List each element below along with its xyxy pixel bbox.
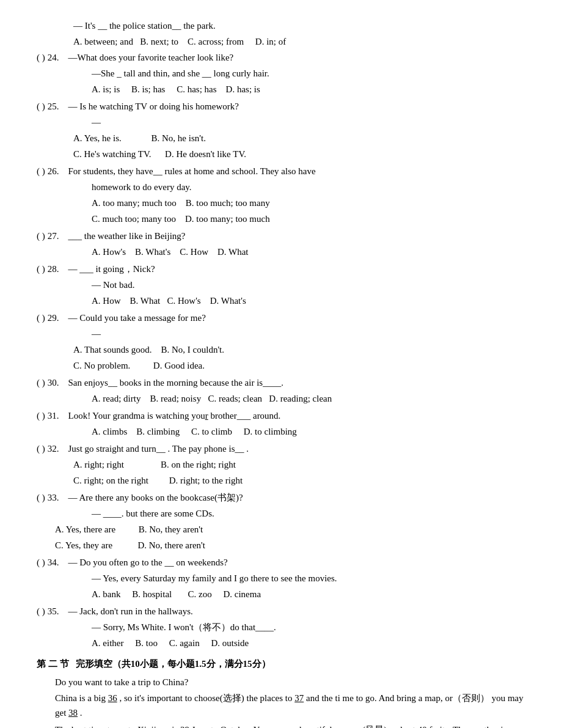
q29-text: — Could you take a message for me? — [68, 313, 206, 323]
q-num: 26. — [48, 164, 66, 178]
question-35: ( ) 35. — Jack, don't run in the hallway… — [37, 604, 525, 650]
q34-answer: — Yes, every Saturday my family and I go… — [37, 571, 525, 586]
q32-opt-cd: C. right; on the right D. right; to the … — [37, 473, 525, 488]
q31-text: Look! Your grandma is watching your brot… — [68, 411, 281, 421]
q34-stem: ( ) 34. — Do you often go to the __ on w… — [37, 555, 525, 570]
q-num: 24. — [48, 50, 66, 65]
q29-dash: — — [37, 326, 525, 341]
q31-stem: ( ) 31. Look! Your grandma is watching y… — [37, 408, 525, 423]
q35-stem: ( ) 35. — Jack, don't run in the hallway… — [37, 604, 525, 619]
q32-text: Just go straight and turn__ . The pay ph… — [68, 444, 249, 454]
q30-text: San enjoys__ books in the morning becaus… — [68, 378, 283, 388]
q-num: 25. — [48, 99, 66, 114]
q24-stem: ( ) 24. —What does your favorite teacher… — [37, 50, 525, 65]
bracket: ( ) — [37, 50, 45, 65]
q-num: 33. — [48, 490, 66, 505]
q29-stem: ( ) 29. — Could you take a message for m… — [37, 311, 525, 325]
bracket: ( ) — [37, 408, 45, 423]
q30-options: A. read; dirty B. read; noisy C. reads; … — [37, 391, 525, 406]
q-num: 28. — [48, 262, 66, 276]
bracket: ( ) — [37, 375, 45, 390]
q33-stem: ( ) 33. — Are there any books on the boo… — [37, 490, 525, 505]
bracket: ( ) — [37, 229, 45, 243]
q35-answer: — Sorry, Ms White. I won't（将不）do that___… — [37, 620, 525, 634]
question-24: ( ) 24. —What does your favorite teacher… — [37, 50, 525, 97]
question-29: ( ) 29. — Could you take a message for m… — [37, 311, 525, 373]
bracket: ( ) — [37, 99, 45, 114]
q28-answer: — Not bad. — [37, 278, 525, 292]
question-25: ( ) 25. — Is he watching TV or doing his… — [37, 99, 525, 161]
q29-opt-ab: A. That sounds good. B. No, I couldn't. — [37, 342, 525, 357]
q33-answer: — ____. but there are some CDs. — [37, 506, 525, 521]
bracket: ( ) — [37, 311, 45, 325]
q-num: 27. — [48, 229, 66, 243]
q28-text: — ___ it going，Nick? — [68, 264, 155, 274]
bracket: ( ) — [37, 490, 45, 505]
q27-options: A. How's B. What's C. How D. What — [37, 245, 525, 259]
bracket: ( ) — [37, 441, 45, 456]
question-30: ( ) 30. San enjoys__ books in the mornin… — [37, 375, 525, 406]
q-num: 34. — [48, 555, 66, 570]
question-28: ( ) 28. — ___ it going，Nick? — Not bad. … — [37, 262, 525, 308]
q33-opt-ab: A. Yes, there are B. No, they aren't — [37, 522, 525, 537]
q24-text: —What does your favorite teacher look li… — [68, 53, 234, 62]
q33-opt-cd: C. Yes, they are D. No, there aren't — [37, 538, 525, 553]
q25-text: — Is he watching TV or doing his homewor… — [68, 101, 239, 111]
question-32: ( ) 32. Just go straight and turn__ . Th… — [37, 441, 525, 488]
q-num: 29. — [48, 311, 66, 325]
question-27: ( ) 27. ___ the weather like in Beijing?… — [37, 229, 525, 259]
q25-opt-ab: A. Yes, he is. B. No, he isn't. — [37, 131, 525, 145]
q26-stem: ( ) 26. For students, they have__ rules … — [37, 164, 525, 178]
q33-text: — Are there any books on the bookcase(书架… — [68, 493, 243, 502]
options-intro: A. between; and B. next; to C. across; f… — [37, 34, 525, 49]
q34-text: — Do you often go to the __ on weekends? — [68, 557, 228, 567]
q-num: 32. — [48, 441, 66, 456]
bracket: ( ) — [37, 555, 45, 570]
passage-p2: The best time to go to Xinjiang is 39 Ju… — [37, 722, 525, 728]
q-num: 30. — [48, 375, 66, 390]
bracket: ( ) — [37, 604, 45, 619]
q-num: 31. — [48, 408, 66, 423]
q26-text: For students, they have__ rules at home … — [68, 166, 316, 176]
q26-opt-ab: A. too many; much too B. too much; too m… — [37, 196, 525, 210]
q31-options: A. climbs B. climbing C. to climb D. to … — [37, 424, 525, 439]
q24-answer-stem: —She _ tall and thin, and she __ long cu… — [37, 66, 525, 81]
question-34: ( ) 34. — Do you often go to the __ on w… — [37, 555, 525, 601]
q30-stem: ( ) 30. San enjoys__ books in the mornin… — [37, 375, 525, 390]
passage-intro: Do you want to take a trip to China? — [37, 675, 525, 689]
q27-text: ___ the weather like in Beijing? — [68, 231, 186, 241]
q25-dash: — — [37, 115, 525, 130]
passage-p1: China is a big 36 , so it's important to… — [37, 691, 525, 720]
section-header-2: 第 二 节 完形填空（共10小题，每小题1.5分，满分15分） — [37, 656, 525, 671]
q29-opt-cd: C. No problem. D. Good idea. — [37, 358, 525, 373]
q35-text: — Jack, don't run in the hallways. — [68, 606, 193, 616]
q26-cont: homework to do every day. — [37, 180, 525, 194]
question-31: ( ) 31. Look! Your grandma is watching y… — [37, 408, 525, 439]
bracket: ( ) — [37, 262, 45, 276]
q-num: 35. — [48, 604, 66, 619]
q25-stem: ( ) 25. — Is he watching TV or doing his… — [37, 99, 525, 114]
question-33: ( ) 33. — Are there any books on the boo… — [37, 490, 525, 553]
question-26: ( ) 26. For students, they have__ rules … — [37, 164, 525, 226]
q28-options: A. How B. What C. How's D. What's — [37, 293, 525, 308]
q34-options: A. bank B. hospital C. zoo D. cinema — [37, 587, 525, 601]
q35-options: A. either B. too C. again D. outside — [37, 636, 525, 650]
q32-opt-ab: A. right; right B. on the right; right — [37, 457, 525, 472]
q24-options: A. is; is B. is; has C. has; has D. has;… — [37, 82, 525, 97]
bracket: ( ) — [37, 164, 45, 178]
line-intro: — It's __ the police station__ the park. — [37, 18, 525, 33]
q27-stem: ( ) 27. ___ the weather like in Beijing? — [37, 229, 525, 243]
q25-opt-cd: C. He's watching TV. D. He doesn't like … — [37, 147, 525, 161]
q32-stem: ( ) 32. Just go straight and turn__ . Th… — [37, 441, 525, 456]
q28-stem: ( ) 28. — ___ it going，Nick? — [37, 262, 525, 276]
q26-opt-cd: C. much too; many too D. too many; too m… — [37, 211, 525, 226]
main-content: — It's __ the police station__ the park.… — [37, 18, 525, 728]
